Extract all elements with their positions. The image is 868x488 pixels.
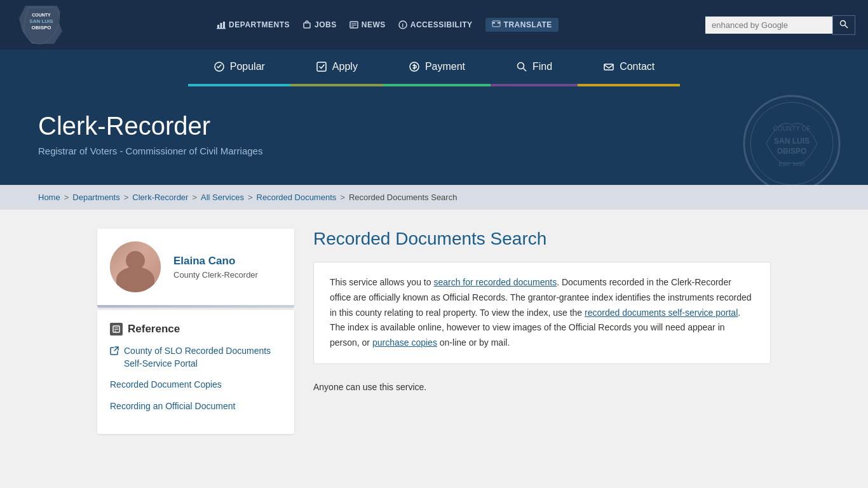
svg-rect-5 — [220, 23, 222, 29]
breadcrumb-departments[interactable]: Departments — [72, 193, 119, 202]
svg-rect-7 — [217, 28, 226, 29]
svg-text:SAN LUIS: SAN LUIS — [774, 137, 810, 146]
svg-rect-17 — [498, 22, 500, 24]
nav-apply[interactable]: Apply — [290, 50, 383, 86]
news-link[interactable]: NEWS — [349, 20, 386, 29]
svg-text:OBISPO: OBISPO — [31, 25, 51, 30]
sidebar-recording-link[interactable]: Recording an Official Document — [110, 400, 281, 413]
svg-text:OBISPO: OBISPO — [777, 147, 807, 156]
search-input[interactable] — [705, 17, 832, 34]
reference-section: Reference County of SLO Recorded Documen… — [97, 310, 294, 434]
main-nav: Popular Apply Payment Find Contact — [0, 50, 868, 86]
sidebar-copies-link[interactable]: Recorded Document Copies — [110, 379, 281, 391]
copies-link[interactable]: purchase copies — [372, 337, 437, 348]
profile-name: Elaina Cano — [173, 255, 258, 268]
svg-rect-8 — [304, 23, 310, 28]
hero-section: COUNTY OF SAN LUIS OBISPO EST. 1850 Cler… — [0, 86, 868, 185]
jobs-link[interactable]: JOBS — [302, 20, 337, 29]
departments-link[interactable]: DEPARTMENTS — [217, 20, 290, 29]
translate-link[interactable]: TRANSLATE — [485, 18, 559, 32]
nav-contact[interactable]: Contact — [578, 50, 680, 86]
svg-rect-6 — [223, 22, 225, 29]
breadcrumb-recordeddocuments[interactable]: Recorded Documents — [257, 193, 337, 202]
search-button[interactable] — [832, 15, 855, 35]
nav-popular[interactable]: Popular — [188, 50, 290, 86]
external-link-icon — [110, 346, 119, 355]
reference-icon — [110, 323, 123, 336]
avatar — [110, 241, 161, 292]
top-nav: DEPARTMENTS JOBS NEWS i ACCESSIBILITY TR… — [70, 18, 705, 32]
svg-text:EST. 1850: EST. 1850 — [778, 161, 805, 167]
svg-rect-21 — [317, 62, 326, 71]
svg-rect-16 — [492, 22, 495, 24]
main-content: Recorded Documents Search This service a… — [313, 229, 771, 434]
profile-info: Elaina Cano County Clerk-Recorder — [173, 255, 258, 280]
logo-area[interactable]: COUNTY SAN LUIS OBISPO — [13, 3, 70, 47]
sidebar-portal-link[interactable]: County of SLO Recorded Documents Self-Se… — [110, 345, 281, 370]
page-hero-subtitle: Registrar of Voters - Commissioner of Ci… — [38, 146, 830, 156]
breadcrumb-home[interactable]: Home — [38, 193, 60, 202]
svg-line-19 — [845, 25, 848, 28]
profile-card: Elaina Cano County Clerk-Recorder — [97, 229, 294, 308]
profile-divider — [97, 305, 294, 308]
content-area: Elaina Cano County Clerk-Recorder Refere… — [85, 229, 783, 434]
reference-title: Reference — [110, 323, 281, 336]
breadcrumb-current: Recorded Documents Search — [349, 193, 458, 202]
portal-link[interactable]: recorded documents self-service portal — [585, 308, 738, 318]
svg-text:SAN LUIS: SAN LUIS — [29, 18, 53, 24]
svg-text:i: i — [402, 22, 403, 29]
breadcrumb-clerkrecorder[interactable]: Clerk-Recorder — [132, 193, 188, 202]
sidebar: Elaina Cano County Clerk-Recorder Refere… — [97, 229, 294, 434]
nav-payment[interactable]: Payment — [383, 50, 491, 86]
breadcrumb: Home > Departments > Clerk-Recorder > Al… — [0, 185, 868, 210]
breadcrumb-allservices[interactable]: All Services — [201, 193, 244, 202]
nav-find[interactable]: Find — [491, 50, 578, 86]
info-paragraph: This service allows you to search for re… — [330, 275, 754, 351]
search-link[interactable]: search for recorded documents — [433, 277, 557, 287]
profile-title: County Clerk-Recorder — [173, 270, 258, 280]
accessibility-link[interactable]: i ACCESSIBILITY — [398, 20, 473, 29]
svg-line-24 — [524, 69, 527, 72]
svg-rect-15 — [492, 21, 500, 27]
page-title: Recorded Documents Search — [313, 229, 771, 249]
anyone-text: Anyone can use this service. — [313, 377, 771, 398]
search-area — [705, 15, 855, 35]
svg-text:COUNTY: COUNTY — [32, 13, 51, 17]
page-hero-title: Clerk-Recorder — [38, 112, 830, 140]
top-bar: COUNTY SAN LUIS OBISPO DEPARTMENTS JOBS … — [0, 0, 868, 50]
info-box: This service allows you to search for re… — [313, 262, 771, 364]
portal-link-text: County of SLO Recorded Documents Self-Se… — [124, 345, 281, 370]
svg-point-18 — [841, 20, 846, 25]
svg-point-23 — [518, 63, 524, 69]
